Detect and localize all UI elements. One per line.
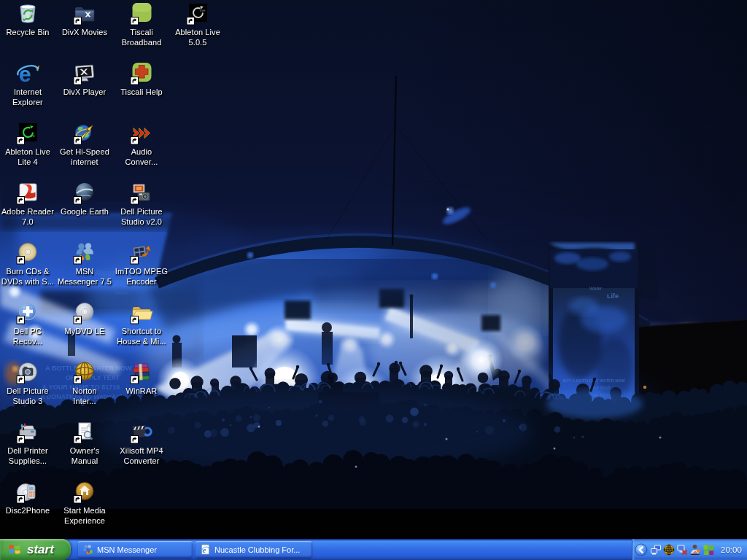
svg-text:live: live <box>200 8 206 12</box>
svg-text:e: e <box>203 545 206 554</box>
svg-text:Water: Water <box>589 286 603 291</box>
svg-text:Life: Life <box>607 292 619 300</box>
svg-text:ve: ve <box>31 133 35 138</box>
